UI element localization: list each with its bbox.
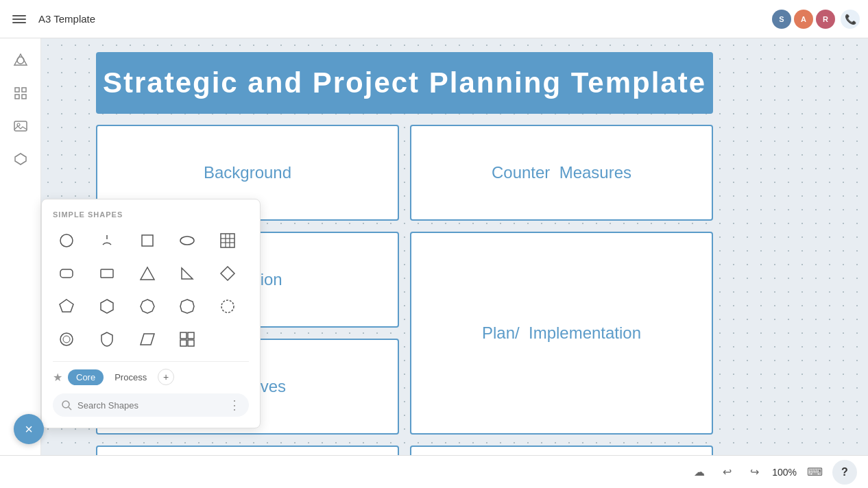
pentagon-shape[interactable] xyxy=(53,293,80,320)
svg-marker-25 xyxy=(141,300,154,313)
svg-rect-5 xyxy=(22,88,26,92)
redo-icon[interactable]: ↪ xyxy=(745,463,764,482)
svg-rect-1 xyxy=(12,19,26,20)
svg-point-9 xyxy=(17,123,20,126)
svg-rect-8 xyxy=(14,121,27,131)
parallelogram-shape[interactable] xyxy=(134,326,161,353)
svg-rect-19 xyxy=(101,269,113,278)
svg-line-36 xyxy=(69,407,71,410)
svg-marker-22 xyxy=(221,267,234,280)
tab-process[interactable]: Process xyxy=(106,369,155,385)
svg-rect-0 xyxy=(12,15,26,16)
svg-marker-30 xyxy=(141,334,154,345)
svg-point-10 xyxy=(60,234,73,247)
svg-point-28 xyxy=(60,333,73,345)
arc-shape[interactable] xyxy=(93,227,121,254)
avatar-3: R xyxy=(816,10,835,29)
svg-rect-7 xyxy=(22,95,26,99)
svg-rect-11 xyxy=(142,235,153,246)
plan-label: Plan/ Implementation xyxy=(482,324,641,343)
svg-marker-21 xyxy=(182,268,193,279)
sidebar-components-button[interactable] xyxy=(7,145,34,173)
counter-measures-cell[interactable]: Counter Measures xyxy=(410,125,713,221)
svg-rect-2 xyxy=(12,22,26,23)
svg-rect-31 xyxy=(180,332,186,339)
svg-marker-24 xyxy=(101,300,113,313)
counter-measures-label: Counter Measures xyxy=(492,163,631,182)
triangle-shape[interactable] xyxy=(134,260,161,287)
circle-shape[interactable] xyxy=(53,227,80,254)
sidebar-frames-button[interactable] xyxy=(7,80,34,107)
svg-marker-23 xyxy=(60,300,73,312)
svg-point-3 xyxy=(17,57,24,64)
svg-rect-33 xyxy=(180,340,186,346)
svg-marker-20 xyxy=(141,267,154,280)
zoom-level: 100% xyxy=(772,467,797,478)
search-input[interactable] xyxy=(77,400,223,411)
sidebar-shapes-button[interactable] xyxy=(7,47,34,74)
svg-rect-4 xyxy=(15,88,19,92)
document-title: A3 Template xyxy=(38,13,95,25)
tab-add-button[interactable]: + xyxy=(158,369,174,385)
fab-button[interactable]: × xyxy=(14,414,44,444)
favorites-icon[interactable]: ★ xyxy=(53,371,62,384)
diamond-shape[interactable] xyxy=(214,260,241,287)
avatar-2: A xyxy=(794,10,813,29)
octagon-shape[interactable] xyxy=(173,293,201,320)
sidebar-images-button[interactable] xyxy=(7,112,34,140)
svg-rect-13 xyxy=(221,234,234,247)
help-button[interactable]: ? xyxy=(832,460,857,485)
search-icon xyxy=(61,400,72,411)
template-header: Strategic and Project Planning Template xyxy=(96,52,713,114)
svg-point-12 xyxy=(180,236,194,245)
table-shape[interactable] xyxy=(214,227,241,254)
square-shape[interactable] xyxy=(134,227,161,254)
svg-marker-26 xyxy=(180,300,194,313)
svg-point-35 xyxy=(62,401,69,408)
circle-outline-shape[interactable] xyxy=(214,293,241,320)
bottom-bar: ☁ ↩ ↪ 100% ⌨ ? xyxy=(0,455,868,488)
hexagon-shape[interactable] xyxy=(93,293,121,320)
rect-outline-shape[interactable] xyxy=(93,260,121,287)
keyboard-icon[interactable]: ⌨ xyxy=(805,463,824,482)
background-label: Background xyxy=(204,163,291,182)
shapes-grid xyxy=(53,227,249,353)
ellipse-shape[interactable] xyxy=(173,227,201,254)
rounded-rect-shape[interactable] xyxy=(53,260,80,287)
call-button[interactable]: 📞 xyxy=(841,10,860,29)
more-options-icon[interactable]: ⋮ xyxy=(228,398,241,413)
svg-rect-32 xyxy=(188,332,194,339)
template-title: Strategic and Project Planning Template xyxy=(103,66,706,99)
grid-shape[interactable] xyxy=(173,326,201,353)
undo-icon[interactable]: ↩ xyxy=(717,463,736,482)
avatar-1: S xyxy=(772,10,791,29)
svg-rect-18 xyxy=(60,269,73,278)
shapes-panel: SIMPLE SHAPES xyxy=(41,199,261,428)
svg-rect-34 xyxy=(188,340,194,346)
svg-point-29 xyxy=(63,336,70,343)
right-triangle-shape[interactable] xyxy=(173,260,201,287)
shield-shape[interactable] xyxy=(93,326,121,353)
search-bar: ⋮ xyxy=(53,393,249,417)
circle2-shape[interactable] xyxy=(53,326,80,353)
plan-implementation-cell[interactable]: Plan/ Implementation xyxy=(410,232,713,435)
shapes-tabs: ★ Core Process + xyxy=(53,361,249,385)
collaborators: S A R 📞 xyxy=(772,10,860,29)
svg-rect-6 xyxy=(15,95,19,99)
menu-button[interactable] xyxy=(8,8,30,30)
svg-point-27 xyxy=(221,300,234,313)
tab-core[interactable]: Core xyxy=(68,369,104,385)
heptagon-shape[interactable] xyxy=(134,293,161,320)
shapes-panel-title: SIMPLE SHAPES xyxy=(53,210,249,219)
cloud-icon[interactable]: ☁ xyxy=(690,463,709,482)
topbar: A3 Template S A R 📞 xyxy=(0,0,868,38)
